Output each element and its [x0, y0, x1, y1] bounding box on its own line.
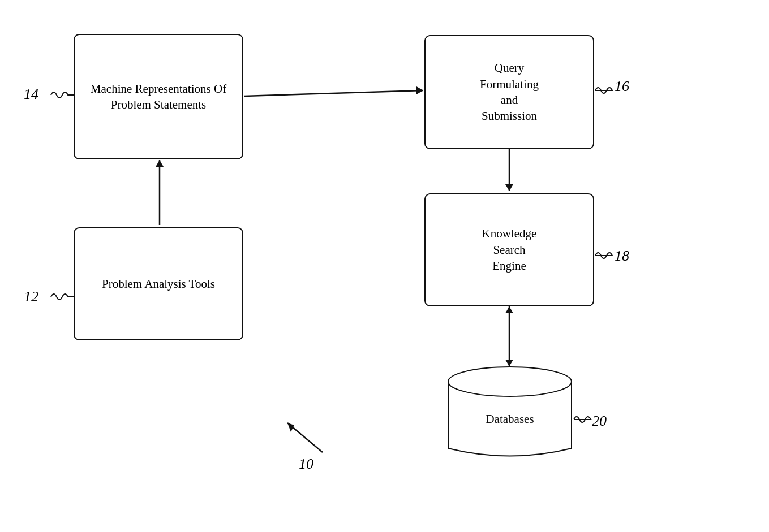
- diagram: to Query box (left) horizontal -->: [0, 0, 769, 532]
- svg-line-0: [244, 90, 423, 96]
- ref-label-10: 10: [299, 456, 313, 473]
- svg-point-12: [448, 367, 572, 396]
- ref-label-16: 16: [615, 78, 629, 95]
- ref-label-18: 18: [615, 248, 629, 265]
- knowledge-engine-label: KnowledgeSearchEngine: [482, 226, 537, 274]
- svg-marker-8: [505, 306, 513, 313]
- svg-marker-10: [287, 423, 294, 432]
- problem-analysis-box: Problem Analysis Tools: [74, 227, 243, 340]
- problem-analysis-label: Problem Analysis Tools: [102, 276, 215, 292]
- query-formulating-box: QueryFormulatingandSubmission: [424, 35, 594, 149]
- knowledge-engine-box: KnowledgeSearchEngine: [424, 193, 594, 306]
- svg-marker-3: [156, 160, 164, 167]
- database-svg: Databases: [447, 366, 573, 465]
- svg-marker-7: [505, 360, 513, 366]
- query-form-label: QueryFormulatingandSubmission: [480, 60, 539, 124]
- machine-representations-box: Machine Representations Of Problem State…: [74, 34, 243, 159]
- ref-label-14: 14: [24, 86, 38, 103]
- databases-cylinder: Databases: [447, 366, 573, 465]
- svg-line-9: [287, 423, 323, 452]
- svg-marker-5: [505, 184, 513, 191]
- svg-text:Databases: Databases: [486, 412, 534, 426]
- machine-repr-label: Machine Representations Of Problem State…: [75, 81, 242, 113]
- ref-label-12: 12: [24, 288, 38, 305]
- ref-label-20: 20: [592, 413, 607, 430]
- svg-marker-1: [416, 86, 423, 94]
